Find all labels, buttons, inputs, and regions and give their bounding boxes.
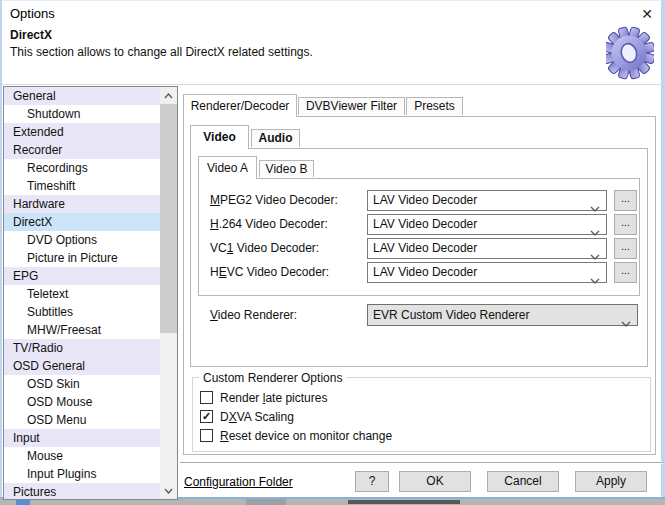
tab-audio[interactable]: Audio (251, 129, 300, 147)
sidebar-item-osd-general[interactable]: OSD General (4, 357, 160, 375)
sidebar-item-hardware[interactable]: Hardware (4, 195, 160, 213)
tab-renderer-decoder[interactable]: Renderer/Decoder (183, 94, 297, 117)
cancel-button[interactable]: Cancel (487, 471, 559, 492)
sidebar-item-osd-skin[interactable]: OSD Skin (4, 375, 160, 393)
sidebar-item-osd-menu[interactable]: OSD Menu (4, 411, 160, 429)
sidebar-item-pictures[interactable]: Pictures (4, 483, 160, 500)
dxva-scaling-label: DXVA Scaling (220, 410, 294, 424)
scrollbar-thumb[interactable] (160, 104, 177, 333)
h264-decoder-label: H.264 Video Decoder: (210, 217, 328, 231)
divider (2, 84, 661, 85)
sidebar-item-extended[interactable]: Extended (4, 123, 160, 141)
ok-button[interactable]: OK (399, 471, 471, 492)
vc1-decoder-more-button[interactable]: ... (614, 238, 637, 259)
sidebar-item-dvd-options[interactable]: DVD Options (4, 231, 160, 249)
sidebar-item-general[interactable]: General (4, 87, 160, 105)
group-title: Custom Renderer Options (199, 371, 346, 385)
video-renderer-select[interactable]: EVR Custom Video Renderer (367, 304, 638, 326)
sidebar-item-timeshift[interactable]: Timeshift (4, 177, 160, 195)
mpeg2-decoder-label: MPEG2 Video Decoder: (210, 193, 338, 207)
render-late-pictures-label: Render late pictures (220, 391, 327, 405)
help-button[interactable]: ? (355, 471, 389, 492)
render-late-pictures-checkbox[interactable] (200, 391, 213, 404)
scroll-up-icon[interactable] (160, 87, 177, 104)
reset-device-label: Reset device on monitor change (220, 429, 392, 443)
configuration-folder-link[interactable]: Configuration Folder (184, 475, 293, 489)
vc1-decoder-label: VC1 Video Decoder: (210, 241, 319, 255)
sidebar-item-mhw-freesat[interactable]: MHW/Freesat (4, 321, 160, 339)
chevron-down-icon (621, 313, 631, 333)
sidebar-item-shutdown[interactable]: Shutdown (4, 105, 160, 123)
sidebar-item-osd-mouse[interactable]: OSD Mouse (4, 393, 160, 411)
sidebar-item-directx[interactable]: DirectX (4, 213, 160, 231)
hevc-decoder-select[interactable]: LAV Video Decoder (367, 262, 607, 283)
chevron-down-icon (590, 271, 600, 290)
hevc-decoder-label: HEVC Video Decoder: (210, 265, 329, 279)
sidebar-item-input[interactable]: Input (4, 429, 160, 447)
apply-button[interactable]: Apply (575, 471, 647, 492)
tab-presets[interactable]: Presets (406, 97, 463, 115)
footer-divider (180, 462, 663, 463)
tab-video-a[interactable]: Video A (198, 156, 257, 179)
dialog-border (661, 0, 665, 499)
page-subtitle: This section allows to change all Direct… (10, 45, 313, 59)
sidebar-item-recordings[interactable]: Recordings (4, 159, 160, 177)
sidebar-item-picture-in-picture[interactable]: Picture in Picture (4, 249, 160, 267)
background-window-fragment (246, 499, 286, 505)
video-renderer-label: Video Renderer: (210, 308, 297, 322)
tab-dvbviewer-filter[interactable]: DVBViewer Filter (298, 97, 405, 115)
tab-video[interactable]: Video (190, 125, 249, 149)
sidebar-item-input-plugins[interactable]: Input Plugins (4, 465, 160, 483)
gear-icon (606, 25, 654, 81)
background-text-fragment (348, 500, 460, 504)
h264-decoder-select[interactable]: LAV Video Decoder (367, 214, 607, 235)
sidebar-item-epg[interactable]: EPG (4, 267, 160, 285)
dialog-border (0, 0, 665, 1)
dialog-border (0, 0, 2, 499)
page-title: DirectX (10, 28, 52, 42)
window-title: Options (10, 6, 55, 21)
hevc-decoder-more-button[interactable]: ... (614, 262, 637, 283)
sidebar-item-teletext[interactable]: Teletext (4, 285, 160, 303)
mpeg2-decoder-more-button[interactable]: ... (614, 190, 637, 211)
sidebar-item-recorder[interactable]: Recorder (4, 141, 160, 159)
vc1-decoder-select[interactable]: LAV Video Decoder (367, 238, 607, 259)
reset-device-checkbox[interactable] (200, 429, 213, 442)
dxva-scaling-checkbox[interactable]: ✓ (200, 410, 213, 423)
sidebar-item-mouse[interactable]: Mouse (4, 447, 160, 465)
h264-decoder-more-button[interactable]: ... (614, 214, 637, 235)
tab-video-b[interactable]: Video B (259, 160, 314, 177)
sidebar-item-tv-radio[interactable]: TV/Radio (4, 339, 160, 357)
sidebar-item-subtitles[interactable]: Subtitles (4, 303, 160, 321)
scroll-down-icon[interactable] (160, 482, 177, 499)
close-icon[interactable]: ✕ (637, 4, 657, 24)
sidebar: General Shutdown Extended Recorder Recor… (3, 86, 178, 500)
mpeg2-decoder-select[interactable]: LAV Video Decoder (367, 190, 607, 211)
